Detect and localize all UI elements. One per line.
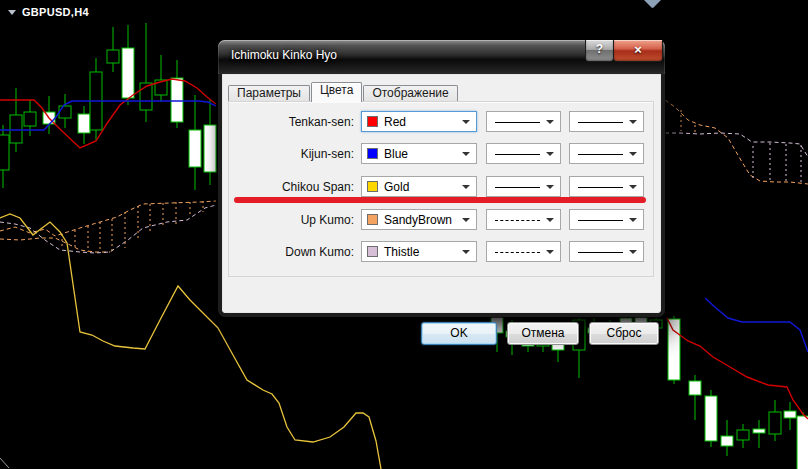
color-swatch (367, 148, 378, 159)
highlight-underline-annotation (234, 197, 646, 203)
symbol-label: GBPUSD,H4 (8, 6, 89, 18)
color-name: Blue (384, 147, 408, 161)
color-swatch (367, 214, 378, 225)
colors-panel: Tenkan-sen: Red Kijun-sen: (228, 101, 654, 277)
dialog-titlebar[interactable]: Ichimoku Kinko Hyo ? × (218, 40, 665, 74)
tab-display[interactable]: Отображение (363, 85, 457, 101)
close-button[interactable]: × (613, 40, 663, 62)
chevron-down-icon (629, 250, 637, 254)
dialog-body: Параметры Цвета Отображение Tenkan-sen: … (222, 74, 661, 313)
color-swatch (367, 116, 378, 127)
tab-colors[interactable]: Цвета (311, 82, 362, 102)
line-style-sample (495, 187, 540, 188)
row-up-kumo: Up Kumo: SandyBrown (229, 209, 653, 230)
row-kijun-sen: Kijun-sen: Blue (229, 143, 653, 164)
up-kumo-width-select[interactable] (569, 209, 644, 230)
tenkan-width-select[interactable] (569, 111, 644, 132)
chevron-down-icon (546, 152, 554, 156)
kijun-style-select[interactable] (486, 143, 561, 164)
tenkan-style-select[interactable] (486, 111, 561, 132)
row-chikou-span: Chikou Span: Gold (229, 176, 653, 197)
chevron-down-icon (462, 250, 470, 254)
help-button[interactable]: ? (585, 40, 614, 62)
chikou-label: Chikou Span: (229, 180, 354, 194)
kijun-color-select[interactable]: Blue (361, 143, 477, 164)
line-width-sample (578, 252, 623, 253)
color-swatch (367, 246, 378, 257)
down-kumo-width-select[interactable] (569, 241, 644, 262)
line-width-sample (578, 122, 623, 123)
ichimoku-settings-dialog: Ichimoku Kinko Hyo ? × Параметры Цвета О… (218, 40, 665, 317)
line-style-sample (495, 252, 540, 253)
tenkan-label: Tenkan-sen: (229, 115, 354, 129)
color-name: Red (384, 115, 406, 129)
down-kumo-label: Down Kumo: (229, 245, 354, 259)
line-style-sample (495, 122, 540, 123)
chevron-down-icon (462, 120, 470, 124)
up-kumo-label: Up Kumo: (229, 213, 354, 227)
reset-button[interactable]: Сброс (589, 322, 659, 345)
chevron-down-icon (546, 218, 554, 222)
dialog-title: Ichimoku Kinko Hyo (231, 40, 337, 71)
up-kumo-color-select[interactable]: SandyBrown (361, 209, 477, 230)
color-name: Thistle (384, 245, 419, 259)
pointer-triangle-icon (644, 0, 660, 8)
chevron-down-icon (629, 218, 637, 222)
line-width-sample (578, 220, 623, 221)
symbol-dropdown-icon (8, 10, 16, 15)
row-down-kumo: Down Kumo: Thistle (229, 241, 653, 262)
row-tenkan-sen: Tenkan-sen: Red (229, 111, 653, 132)
symbol-text: GBPUSD,H4 (22, 6, 89, 18)
chevron-down-icon (629, 152, 637, 156)
down-kumo-color-select[interactable]: Thistle (361, 241, 477, 262)
chevron-down-icon (546, 250, 554, 254)
cancel-button[interactable]: Отмена (507, 322, 579, 345)
down-kumo-style-select[interactable] (486, 241, 561, 262)
ok-button[interactable]: OK (421, 322, 497, 345)
line-style-sample (495, 220, 540, 221)
color-name: SandyBrown (384, 213, 452, 227)
color-swatch (367, 181, 378, 192)
line-style-sample (495, 154, 540, 155)
color-name: Gold (384, 180, 409, 194)
chikou-width-select[interactable] (569, 176, 644, 197)
chevron-down-icon (462, 152, 470, 156)
chevron-down-icon (546, 120, 554, 124)
chevron-down-icon (462, 218, 470, 222)
chevron-down-icon (546, 185, 554, 189)
kijun-width-select[interactable] (569, 143, 644, 164)
chikou-color-select[interactable]: Gold (361, 176, 477, 197)
tab-parameters[interactable]: Параметры (228, 85, 310, 101)
tenkan-color-select[interactable]: Red (361, 111, 477, 132)
line-width-sample (578, 154, 623, 155)
line-width-sample (578, 187, 623, 188)
chevron-down-icon (629, 120, 637, 124)
up-kumo-style-select[interactable] (486, 209, 561, 230)
chevron-down-icon (629, 185, 637, 189)
kijun-label: Kijun-sen: (229, 147, 354, 161)
tab-strip: Параметры Цвета Отображение (228, 82, 459, 101)
chevron-down-icon (462, 185, 470, 189)
chikou-style-select[interactable] (486, 176, 561, 197)
